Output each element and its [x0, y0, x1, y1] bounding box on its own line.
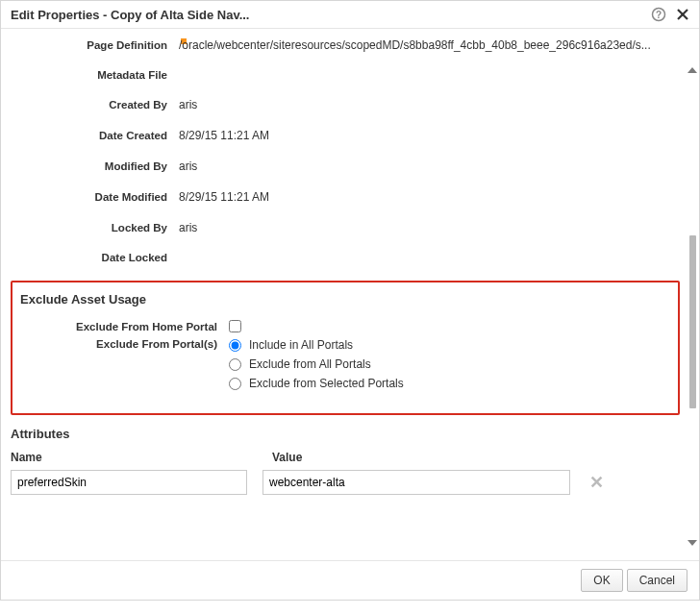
radio-label-exclude-selected: Exclude from Selected Portals: [249, 377, 404, 390]
row-page-definition: Page Definition /oracle/webcenter/sitere…: [11, 38, 680, 52]
value-page-definition: /oracle/webcenter/siteresources/scopedMD…: [179, 38, 680, 52]
radio-row-exclude-selected: Exclude from Selected Portals: [229, 377, 404, 390]
label-date-locked: Date Locked: [11, 252, 179, 263]
label-created-by: Created By: [11, 99, 179, 111]
value-locked-by: aris: [179, 221, 680, 234]
row-exclude-portals: Exclude From Portal(s) Include in All Po…: [20, 338, 670, 396]
scrollbar[interactable]: [688, 67, 696, 546]
row-exclude-home: Exclude From Home Portal: [20, 320, 670, 332]
ok-button[interactable]: OK: [581, 569, 622, 592]
row-date-created: Date Created 8/29/15 11:21 AM: [11, 129, 680, 142]
row-date-locked: Date Locked: [11, 252, 680, 263]
dialog-title: Edit Properties - Copy of Alta Side Nav.…: [11, 8, 651, 22]
value-created-by: aris: [179, 98, 680, 111]
header-value: Value: [272, 451, 580, 464]
attributes-section: Attributes Name Value ✕: [11, 427, 680, 495]
radio-exclude-all[interactable]: [229, 358, 241, 371]
label-exclude-portals: Exclude From Portal(s): [20, 338, 229, 350]
scroll-up-arrow[interactable]: [688, 67, 697, 73]
label-page-definition: Page Definition: [11, 39, 179, 51]
help-icon[interactable]: ?: [651, 7, 666, 22]
edit-properties-dialog: Edit Properties - Copy of Alta Side Nav.…: [0, 0, 700, 601]
radio-row-exclude-all: Exclude from All Portals: [229, 357, 404, 371]
row-modified-by: Modified By aris: [11, 160, 680, 173]
label-date-modified: Date Modified: [11, 191, 179, 203]
row-metadata-file: Metadata File: [11, 69, 680, 81]
radio-row-include-all: Include in All Portals: [229, 338, 404, 352]
header-name: Name: [11, 451, 257, 464]
attr-name-input[interactable]: [11, 470, 247, 495]
scroll-down-arrow[interactable]: [688, 540, 697, 546]
value-modified-by: aris: [179, 160, 680, 173]
titlebar-icons: ?: [651, 7, 689, 22]
radio-label-include-all: Include in All Portals: [249, 338, 353, 352]
cancel-button[interactable]: Cancel: [627, 569, 688, 592]
label-exclude-home: Exclude From Home Portal: [20, 321, 229, 332]
row-locked-by: Locked By aris: [11, 221, 680, 234]
value-date-modified: 8/29/15 11:21 AM: [179, 190, 680, 204]
radio-include-all[interactable]: [229, 339, 241, 352]
value-date-created: 8/29/15 11:21 AM: [179, 129, 680, 142]
scroll-thumb[interactable]: [689, 235, 696, 408]
exclude-asset-usage-section: Exclude Asset Usage Exclude From Home Po…: [11, 281, 680, 415]
label-metadata-file: Metadata File: [11, 69, 179, 81]
footer: OK Cancel: [1, 560, 699, 600]
checkbox-exclude-home[interactable]: [229, 320, 241, 332]
attr-value-input[interactable]: [262, 470, 570, 495]
content-wrapper: Page Definition /oracle/webcenter/sitere…: [1, 29, 699, 560]
svg-text:?: ?: [656, 10, 662, 20]
attributes-headers: Name Value: [11, 451, 680, 464]
close-icon[interactable]: [676, 8, 689, 21]
radio-exclude-selected[interactable]: [229, 378, 241, 390]
content: Page Definition /oracle/webcenter/sitere…: [1, 29, 699, 560]
exclude-title: Exclude Asset Usage: [20, 292, 670, 307]
titlebar: Edit Properties - Copy of Alta Side Nav.…: [1, 1, 699, 29]
attributes-title: Attributes: [11, 427, 680, 441]
remove-attribute-icon[interactable]: ✕: [586, 472, 608, 493]
label-locked-by: Locked By: [11, 222, 179, 233]
attribute-row: ✕: [11, 470, 680, 495]
radio-label-exclude-all: Exclude from All Portals: [249, 357, 371, 371]
label-date-created: Date Created: [11, 130, 179, 141]
row-date-modified: Date Modified 8/29/15 11:21 AM: [11, 190, 680, 204]
label-modified-by: Modified By: [11, 160, 179, 172]
row-created-by: Created By aris: [11, 98, 680, 111]
radio-group-portals: Include in All Portals Exclude from All …: [229, 338, 404, 396]
